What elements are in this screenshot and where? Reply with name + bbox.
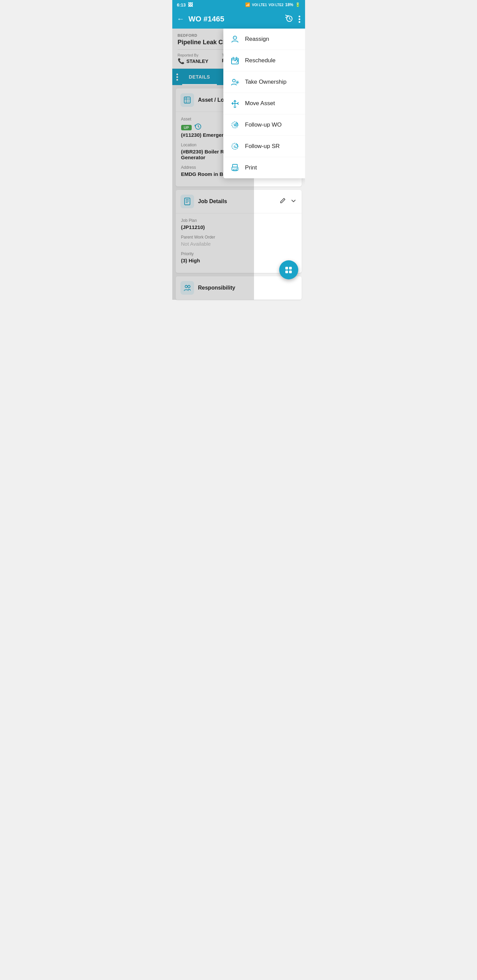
job-details-actions [279, 197, 297, 206]
svg-point-4 [233, 79, 235, 82]
followup-wo-icon: W [230, 121, 240, 129]
lte1-icon: VOl LTE1 [252, 3, 267, 7]
svg-point-2 [234, 37, 236, 39]
print-icon [230, 163, 240, 172]
dropdown-item-ownership[interactable]: Take Ownership [223, 72, 305, 93]
reassign-icon [230, 35, 240, 43]
fab-icon [285, 267, 292, 273]
dropdown-item-print[interactable]: Print [223, 157, 305, 178]
edit-job-button[interactable] [279, 197, 286, 206]
status-bar-right: 📶 VOl LTE1 VOl LTE2 18% 🔋 [245, 2, 300, 7]
dropdown-label-reschedule: Reschedule [245, 57, 276, 64]
dropdown-label-reassign: Reassign [245, 36, 269, 43]
svg-rect-10 [233, 164, 237, 167]
svg-text:W: W [234, 123, 237, 127]
dropdown-label-print: Print [245, 164, 257, 171]
fab-button[interactable] [279, 260, 298, 279]
app-bar-actions [284, 14, 300, 24]
battery-level: 18% [285, 2, 293, 7]
followup-sr-icon: S [230, 142, 240, 151]
app-bar: ← WO #1465 [172, 10, 305, 29]
dropdown-menu: Reassign Reschedule [223, 29, 305, 178]
dropdown-item-followup-wo[interactable]: W Follow-up WO [223, 115, 305, 136]
dropdown-label-move: Move Asset [245, 100, 275, 107]
photo-icon: 🖼 [188, 2, 193, 8]
svg-rect-12 [233, 169, 237, 171]
wifi-icon: 📶 [245, 2, 250, 7]
battery-icon: 🔋 [295, 2, 300, 7]
svg-text:S: S [234, 145, 236, 148]
dropdown-item-reschedule[interactable]: Reschedule [223, 50, 305, 72]
dropdown-label-followup-sr: Follow-up SR [245, 143, 280, 150]
status-time: 6:13 [177, 2, 186, 8]
status-bar-left: 6:13 🖼 [177, 2, 193, 8]
collapse-job-button[interactable] [290, 197, 297, 206]
timer-icon[interactable] [284, 14, 293, 24]
reschedule-icon [230, 56, 240, 65]
dropdown-label-ownership: Take Ownership [245, 79, 287, 86]
ownership-icon [230, 78, 240, 86]
lte2-icon: VOl LTE2 [269, 3, 284, 7]
dropdown-item-move[interactable]: Move Asset [223, 93, 305, 115]
move-icon [230, 99, 240, 108]
status-bar: 6:13 🖼 📶 VOl LTE1 VOl LTE2 18% 🔋 [172, 0, 305, 10]
app-bar-title: WO #1465 [188, 14, 284, 24]
svg-point-13 [236, 168, 237, 169]
dropdown-label-followup-wo: Follow-up WO [245, 121, 282, 128]
dropdown-item-followup-sr[interactable]: S Follow-up SR [223, 136, 305, 157]
back-button[interactable]: ← [177, 14, 185, 24]
dropdown-item-reassign[interactable]: Reassign [223, 29, 305, 50]
more-menu-button[interactable] [298, 15, 300, 23]
app-wrapper: 6:13 🖼 📶 VOl LTE1 VOl LTE2 18% 🔋 ← WO #1… [172, 0, 305, 300]
